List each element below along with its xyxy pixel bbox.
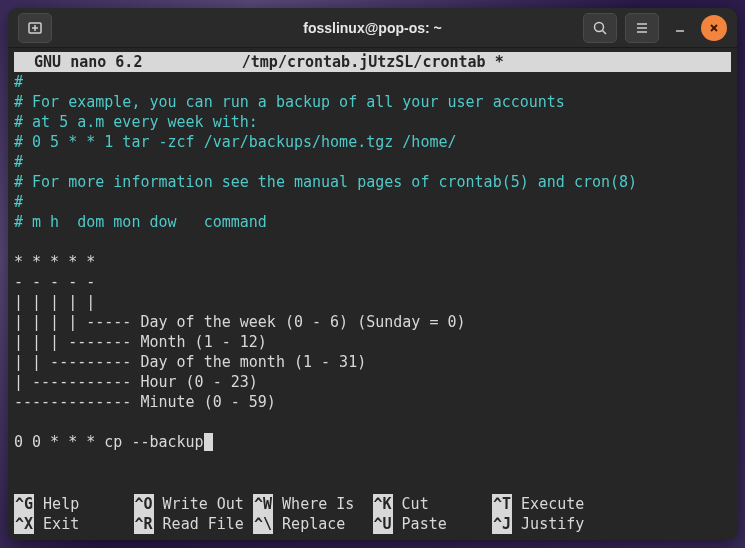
shortcut-replace[interactable]: ^\ Replace [253,514,373,534]
comment-line: # [14,72,731,92]
comment-line: # For example, you can run a backup of a… [14,92,731,112]
nano-shortcuts: ^G Help ^O Write Out ^W Where Is ^K Cut … [14,494,731,534]
content-line: ------------- Minute (0 - 59) [14,392,731,412]
close-icon [708,22,720,34]
content-line: | | | ------- Month (1 - 12) [14,332,731,352]
terminal-window: fosslinux@pop-os: ~ GNU nano 6.2 /tmp/cr… [8,8,737,540]
shortcut-justify[interactable]: ^J Justify [492,514,612,534]
shortcut-readfile[interactable]: ^R Read File [134,514,254,534]
comment-line: # m h dom mon dow command [14,212,731,232]
shortcut-whereis[interactable]: ^W Where Is [253,494,373,514]
shortcut-exit[interactable]: ^X Exit [14,514,134,534]
terminal-body[interactable]: GNU nano 6.2 /tmp/crontab.jUtzSL/crontab… [8,48,737,540]
shortcut-writeout[interactable]: ^O Write Out [134,494,254,514]
close-button[interactable] [701,15,727,41]
minimize-button[interactable] [667,15,693,41]
comment-line: # [14,152,731,172]
comment-line: # For more information see the manual pa… [14,172,731,192]
content-line: | | | | ----- Day of the week (0 - 6) (S… [14,312,731,332]
titlebar: fosslinux@pop-os: ~ [8,8,737,48]
svg-line-4 [603,30,607,34]
new-tab-button[interactable] [18,13,52,43]
hamburger-icon [634,20,650,36]
content-line: - - - - - [14,272,731,292]
content-line: | | | | | [14,292,731,312]
shortcut-help[interactable]: ^G Help [14,494,134,514]
comment-line: # at 5 a.m every week with: [14,112,731,132]
content-line: * * * * * [14,252,731,272]
shortcut-cut[interactable]: ^K Cut [373,494,493,514]
shortcut-execute[interactable]: ^T Execute [492,494,612,514]
nano-header: GNU nano 6.2 /tmp/crontab.jUtzSL/crontab… [14,52,731,72]
content-line: | ----------- Hour (0 - 23) [14,372,731,392]
cursor [204,433,213,451]
comment-line: # 0 5 * * 1 tar -zcf /var/backups/home.t… [14,132,731,152]
blank-line [14,232,731,252]
search-icon [592,20,608,36]
menu-button[interactable] [625,13,659,43]
search-button[interactable] [583,13,617,43]
content-line: | | --------- Day of the month (1 - 31) [14,352,731,372]
new-tab-icon [27,20,43,36]
comment-line: # [14,192,731,212]
blank-line [14,412,731,432]
shortcut-paste[interactable]: ^U Paste [373,514,493,534]
svg-point-3 [595,22,604,31]
minimize-icon [674,22,686,34]
command-line: 0 0 * * * cp --backup [14,432,731,452]
